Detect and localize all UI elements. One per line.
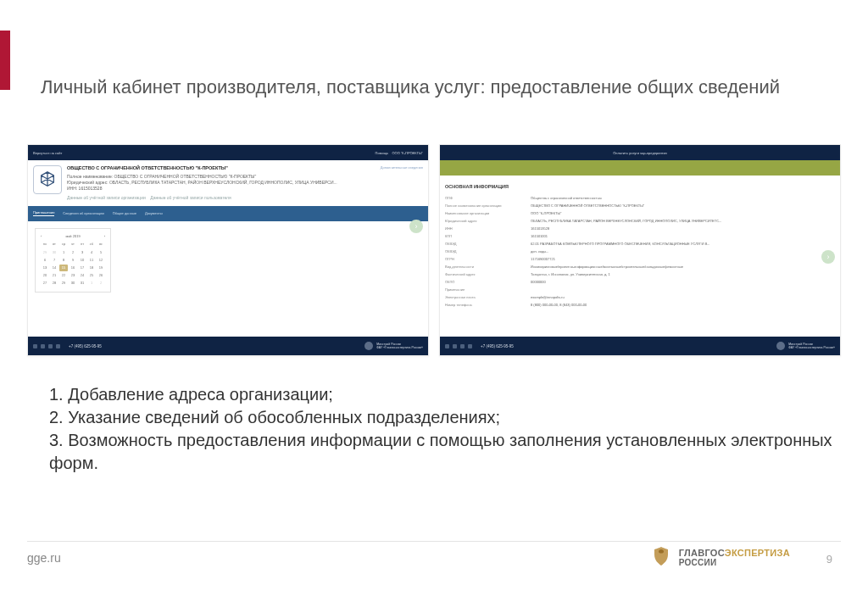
info-value: ООО "К-ПРОЕКТЫ" — [531, 211, 562, 215]
calendar-day[interactable]: 20 — [41, 272, 49, 279]
page-number: 9 — [826, 553, 832, 566]
org-header: ОБЩЕСТВО С ОГРАНИЧЕННОЙ ОТВЕТСТВЕННОСТЬЮ… — [28, 160, 428, 206]
social-icon[interactable] — [33, 344, 37, 348]
calendar-prev-icon[interactable]: ‹ — [41, 234, 42, 238]
bullet-1: 1. Добавление адреса организации; — [49, 383, 841, 406]
slide: Личный кабинет производителя, поставщика… — [0, 0, 868, 613]
calendar-dow: пт — [78, 241, 86, 248]
back-to-site-link[interactable]: Вернуться на сайт — [33, 151, 62, 155]
calendar-day[interactable]: 21 — [50, 272, 58, 279]
screenshot-left: Вернуться на сайт Помощь ООО "К-ПРОЕКТЫ"… — [27, 144, 429, 356]
calendar-day[interactable]: 5 — [97, 249, 105, 256]
calendar-day[interactable]: 18 — [87, 265, 96, 271]
social-icon[interactable] — [460, 344, 465, 348]
social-icons: +7 (495) 625-95-95 — [445, 344, 514, 348]
calendar-day[interactable]: 2 — [69, 249, 77, 256]
calendar-day[interactable]: 3 — [78, 249, 86, 256]
social-icon[interactable] — [468, 344, 472, 348]
calendar-day[interactable]: 29 — [59, 280, 68, 287]
calendar-day[interactable]: 12 — [97, 257, 105, 264]
info-value: ОБЛАСТЬ, РЕСПУБЛИКА ТАТАРСТАН, РАЙОН ВЕР… — [531, 219, 721, 223]
calendar-day[interactable]: 11 — [87, 257, 96, 264]
calendar-dow: пн — [41, 241, 49, 248]
carousel-next-icon[interactable]: › — [821, 250, 835, 264]
org-logo-icon — [33, 165, 62, 194]
footer-brand-line2: ФАУ «Главгосэкспертиза России» — [376, 346, 423, 349]
social-icon[interactable] — [41, 344, 45, 348]
calendar-day[interactable]: 10 — [78, 257, 86, 264]
calendar-day[interactable]: 16 — [69, 265, 77, 271]
calendar-day[interactable]: 28 — [50, 280, 58, 287]
info-label: ОКВЭД — [445, 242, 526, 246]
tab-2[interactable]: Общие данные — [113, 211, 136, 215]
footer-brand: Минстрой РоссииФАУ «Главгосэкспертиза Ро… — [776, 342, 835, 350]
logo-sub: РОССИИ — [679, 558, 790, 567]
calendar-day[interactable]: 15 — [59, 265, 68, 271]
calendar-day[interactable]: 30 — [50, 249, 58, 256]
screenshot-right: Оплатить услуги sap-предприятия ОСНОВНАЯ… — [439, 144, 841, 356]
calendar-day[interactable]: 17 — [78, 265, 86, 271]
calendar-day[interactable]: 4 — [87, 249, 96, 256]
calendar-day[interactable]: 31 — [78, 280, 86, 287]
calendar-day[interactable]: 24 — [78, 272, 86, 279]
info-label: Юридический адрес — [445, 219, 526, 223]
calendar-day[interactable]: 13 — [41, 265, 49, 271]
info-row: Вид деятельностиИнжиниринговые/проектно-… — [440, 263, 840, 270]
info-row: ОГРН1171690007721 — [440, 255, 840, 263]
org-inn-label: ИНН: — [67, 186, 77, 191]
tab-0[interactable]: Приглашения — [33, 210, 54, 216]
info-row: ОКПО00000000 — [440, 278, 840, 286]
info-value: доп. коды... — [531, 249, 548, 254]
tab-3[interactable]: Документы — [145, 211, 163, 215]
screenshots-row: Вернуться на сайт Помощь ООО "К-ПРОЕКТЫ"… — [27, 144, 841, 356]
app-topbar: Вернуться на сайт Помощь ООО "К-ПРОЕКТЫ" — [28, 145, 428, 160]
calendar-day[interactable]: 19 — [97, 265, 105, 271]
calendar-widget[interactable]: ‹ май 2019 › пнвтсрчтптсбвс 293012345678… — [35, 228, 111, 293]
footer-divider — [27, 541, 841, 542]
org-addr-value: ОБЛАСТЬ, РЕСПУБЛИКА ТАТАРСТАН, РАЙОН ВЕР… — [109, 180, 337, 185]
subnav-link-1[interactable]: Данные об учётной записи организации — [67, 195, 146, 200]
calendar-day[interactable]: 2 — [97, 280, 105, 287]
social-icon[interactable] — [48, 344, 53, 348]
info-value: 1171690007721 — [531, 257, 555, 261]
calendar-day[interactable]: 26 — [97, 272, 105, 279]
social-icon[interactable] — [453, 344, 457, 348]
carousel-next-icon[interactable]: › — [409, 220, 423, 233]
bullet-list: 1. Добавление адреса организации; 2. Ука… — [49, 383, 841, 475]
org-name-label: Полное наименование: — [67, 174, 113, 179]
calendar-day[interactable]: 25 — [87, 272, 96, 279]
social-icon[interactable] — [56, 344, 60, 348]
band-link[interactable]: Оплатить услуги sap-предприятия — [613, 151, 667, 155]
calendar-day[interactable]: 14 — [50, 265, 58, 271]
info-label: ИНН — [445, 226, 526, 231]
calendar-day[interactable]: 8 — [59, 257, 68, 264]
info-label: Наименование организации — [445, 211, 526, 215]
help-link[interactable]: Помощь — [376, 151, 388, 155]
tab-1[interactable]: Сведения об организации — [63, 211, 103, 215]
extra-info-link[interactable]: Дополнительные сведения — [381, 165, 423, 201]
info-value: 1615013528 — [531, 226, 549, 231]
bullet-2: 2. Указание сведений об обособленных под… — [49, 406, 841, 429]
bullet-3: 3. Возможность предоставления информации… — [49, 429, 841, 475]
social-icon[interactable] — [445, 344, 449, 348]
calendar-day[interactable]: 30 — [69, 280, 77, 287]
section-title: ОСНОВНАЯ ИНФОРМАЦИЯ — [445, 184, 840, 189]
info-value: 62.01 РАЗРАБОТКА КОМПЬЮТЕРНОГО ПРОГРАММН… — [531, 242, 709, 246]
account-menu[interactable]: ООО "К-ПРОЕКТЫ" — [392, 151, 424, 155]
calendar-day[interactable]: 1 — [59, 249, 68, 256]
calendar-day[interactable]: 6 — [41, 257, 49, 264]
info-row: Полное наименование организацииОБЩЕСТВО … — [440, 202, 840, 209]
calendar-day[interactable]: 29 — [41, 249, 49, 256]
info-row: ОКВЭДдоп. коды... — [440, 248, 840, 255]
calendar-day[interactable]: 23 — [69, 272, 77, 279]
emblem-icon — [364, 342, 373, 350]
info-label: Примечание — [445, 287, 526, 292]
calendar-day[interactable]: 7 — [50, 257, 58, 264]
calendar-day[interactable]: 9 — [69, 257, 77, 264]
calendar-day[interactable]: 27 — [41, 280, 49, 287]
calendar-day[interactable]: 1 — [87, 280, 96, 287]
subnav-link-2[interactable]: Данные об учётной записи пользователя — [150, 195, 231, 200]
calendar-day[interactable]: 22 — [59, 272, 68, 279]
calendar-next-icon[interactable]: › — [104, 234, 105, 238]
info-row: ОКВЭД62.01 РАЗРАБОТКА КОМПЬЮТЕРНОГО ПРОГ… — [440, 240, 840, 248]
